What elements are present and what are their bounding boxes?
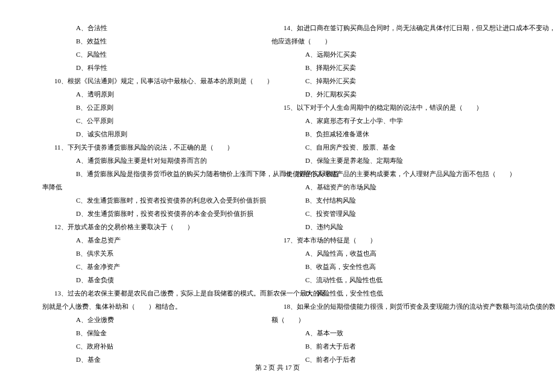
q10-option-a: A、透明原则 xyxy=(54,87,265,101)
q10-option-b: B、公正原则 xyxy=(54,101,265,114)
q15-option-b: B、负担减轻准备退休 xyxy=(284,127,519,141)
q15-stem: 15、以下对于个人生命周期中的稳定期的说法中，错误的是（ ） xyxy=(284,101,519,114)
q14-stem-line1: 14、如进口商在签订购买商品合同时，尚无法确定具体付汇日期，但又想让进口成本不变… xyxy=(284,21,519,34)
q9-option-a: A、合法性 xyxy=(54,21,265,34)
q14-option-c: C、掉期外汇买卖 xyxy=(284,74,519,87)
q11-option-c: C、发生通货膨胀时，投资者投资债券的利息收入会受到价值折损 xyxy=(54,194,265,207)
q18-option-a: A、基本一致 xyxy=(284,326,519,340)
q10-option-c: C、公平原则 xyxy=(54,114,265,127)
q14-stem-line2: 他应选择做（ ） xyxy=(271,34,519,48)
q9-option-b: B、效益性 xyxy=(54,34,265,48)
q16-option-b: B、支付结构风险 xyxy=(284,194,519,207)
q12-option-c: C、基金净资产 xyxy=(54,260,265,273)
q15-option-c: C、自用房产投资、股票、基金 xyxy=(284,141,519,154)
q11-stem: 11、下列关于债券通货膨胀风险的说法，不正确的是（ ） xyxy=(54,141,265,154)
right-column: 14、如进口商在签订购买商品合同时，尚无法确定具体付汇日期，但又想让进口成本不变… xyxy=(278,21,555,362)
q17-option-a: A、风险性高，收益也高 xyxy=(284,247,519,260)
q11-option-d: D、发生通货膨胀时，投资者投资债券的本金会受到价值折损 xyxy=(54,207,265,220)
q17-option-d: D、风险性低，安全性也低 xyxy=(284,286,519,300)
q11-option-b-line2: 率降低 xyxy=(42,180,265,194)
q9-option-c: C、风险性 xyxy=(54,48,265,61)
q11-option-a: A、通货膨胀风险主要是针对短期债券而言的 xyxy=(54,154,265,167)
q13-option-d: D、基金 xyxy=(54,353,265,366)
q14-option-d: D、外汇期权买卖 xyxy=(284,87,519,101)
q18-stem-line1: 18、如果企业的短期偿债能力很强，则货币资金及变现能力强的流动资产数额与流动负债… xyxy=(284,300,519,313)
q12-option-d: D、基金负债 xyxy=(54,273,265,286)
q13-option-a: A、企业缴费 xyxy=(54,313,265,326)
q11-option-b-line1: B、通货膨胀风险是指债券货币收益的购买力随着物价上涨而下降，从而使债券的实际收益 xyxy=(54,167,265,180)
q13-option-c: C、政府补贴 xyxy=(54,340,265,353)
q15-option-a: A、家庭形态有子女上小学、中学 xyxy=(284,114,519,127)
q14-option-a: A、远期外汇买卖 xyxy=(284,48,519,61)
q16-stem: 16、按照个人理财产品的主要构成要素，个人理财产品风险方面不包括（ ） xyxy=(284,167,519,180)
q17-option-b: B、收益高，安全性也高 xyxy=(284,260,519,273)
q15-option-d: D、保险主要是养老险、定期寿险 xyxy=(284,154,519,167)
q17-stem: 17、资本市场的特征是（ ） xyxy=(284,233,519,247)
q14-option-b: B、择期外汇买卖 xyxy=(284,61,519,74)
q16-option-a: A、基础资产的市场风险 xyxy=(284,180,519,194)
q10-stem: 10、根据《民法通则》规定，民事活动中最核心、最基本的原则是（ ） xyxy=(54,74,265,87)
page-container: A、合法性 B、效益性 C、风险性 D、科学性 10、根据《民法通则》规定，民事… xyxy=(0,0,555,362)
q13-option-b: B、保险金 xyxy=(54,326,265,340)
q17-option-c: C、流动性低，风险性也低 xyxy=(284,273,519,286)
q13-stem-line2: 别就是个人缴费、集体补助和（ ）相结合。 xyxy=(42,300,265,313)
left-column: A、合法性 B、效益性 C、风险性 D、科学性 10、根据《民法通则》规定，民事… xyxy=(0,21,278,362)
q18-stem-line2: 额（ ） xyxy=(271,313,519,326)
q12-option-b: B、供求关系 xyxy=(54,247,265,260)
q12-stem: 12、开放式基金的交易价格主要取决于（ ） xyxy=(54,220,265,233)
q18-option-c: C、前者小于后者 xyxy=(284,353,519,366)
q16-option-d: D、违约风险 xyxy=(284,220,519,233)
q9-option-d: D、科学性 xyxy=(54,61,265,74)
q18-option-b: B、前者大于后者 xyxy=(284,340,519,353)
q16-option-c: C、投资管理风险 xyxy=(284,207,519,220)
q10-option-d: D、诚实信用原则 xyxy=(54,127,265,141)
q13-stem-line1: 13、过去的老农保主要都是农民自己缴费，实际上是自我储蓄的模式。而新农保一个最大… xyxy=(54,286,265,300)
q12-option-a: A、基金总资产 xyxy=(54,233,265,247)
